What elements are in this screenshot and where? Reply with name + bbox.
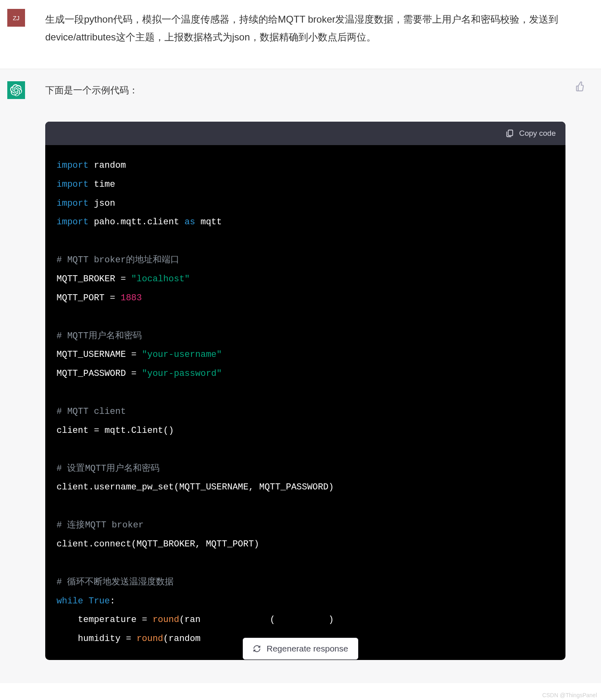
user-avatar: ZJ (7, 9, 25, 27)
code-block: Copy code import randomimport timeimport… (45, 122, 565, 660)
code-line: temperature = round(ran ( ) (47, 611, 564, 630)
thumbs-up-icon (575, 81, 586, 92)
thumbs-up-button[interactable] (575, 81, 586, 92)
code-line (47, 441, 564, 460)
assistant-message: 下面是一个示例代码： Copy code import randomimport… (0, 69, 601, 683)
svg-rect-0 (508, 130, 513, 136)
assistant-intro-text: 下面是一个示例代码： (45, 81, 565, 97)
code-line: # 连接MQTT broker (47, 516, 564, 535)
code-line: MQTT_USERNAME = "your-username" (47, 346, 564, 365)
code-line (47, 308, 564, 327)
code-line (47, 232, 564, 251)
copy-code-button[interactable]: Copy code (505, 129, 556, 138)
watermark: CSDN @ThingsPanel (542, 692, 597, 698)
code-line (47, 497, 564, 516)
code-line: client.connect(MQTT_BROKER, MQTT_PORT) (47, 535, 564, 554)
copy-code-label: Copy code (519, 129, 556, 138)
code-line: client = mqtt.Client() (47, 422, 564, 441)
code-line: # MQTT broker的地址和端口 (47, 251, 564, 270)
assistant-avatar (7, 81, 25, 99)
code-line: MQTT_PASSWORD = "your-password" (47, 365, 564, 384)
code-line: MQTT_PORT = 1883 (47, 289, 564, 308)
code-line: import time (47, 175, 564, 194)
code-line (47, 384, 564, 403)
code-line: import paho.mqtt.client as mqtt (47, 213, 564, 232)
user-message: ZJ 生成一段python代码，模拟一个温度传感器，持续的给MQTT broke… (0, 0, 601, 69)
code-line: # MQTT client (47, 403, 564, 422)
code-line: import random (47, 156, 564, 175)
user-message-text: 生成一段python代码，模拟一个温度传感器，持续的给MQTT broker发温… (45, 9, 590, 46)
assistant-content: 下面是一个示例代码： Copy code import randomimport… (45, 81, 594, 683)
code-header: Copy code (45, 122, 565, 145)
code-line: import json (47, 194, 564, 213)
code-line: # 循环不断地发送温湿度数据 (47, 573, 564, 592)
code-line: client.username_pw_set(MQTT_USERNAME, MQ… (47, 478, 564, 497)
openai-icon (10, 84, 22, 96)
code-body: import randomimport timeimport jsonimpor… (45, 145, 565, 660)
code-line: # 设置MQTT用户名和密码 (47, 460, 564, 479)
regenerate-response-button[interactable]: Regenerate response (243, 638, 358, 660)
refresh-icon (253, 645, 261, 653)
code-line: MQTT_BROKER = "localhost" (47, 270, 564, 289)
code-line (47, 554, 564, 573)
code-line: while True: (47, 592, 564, 611)
regenerate-label: Regenerate response (267, 644, 348, 654)
code-line: # MQTT用户名和密码 (47, 327, 564, 346)
clipboard-icon (505, 129, 514, 138)
